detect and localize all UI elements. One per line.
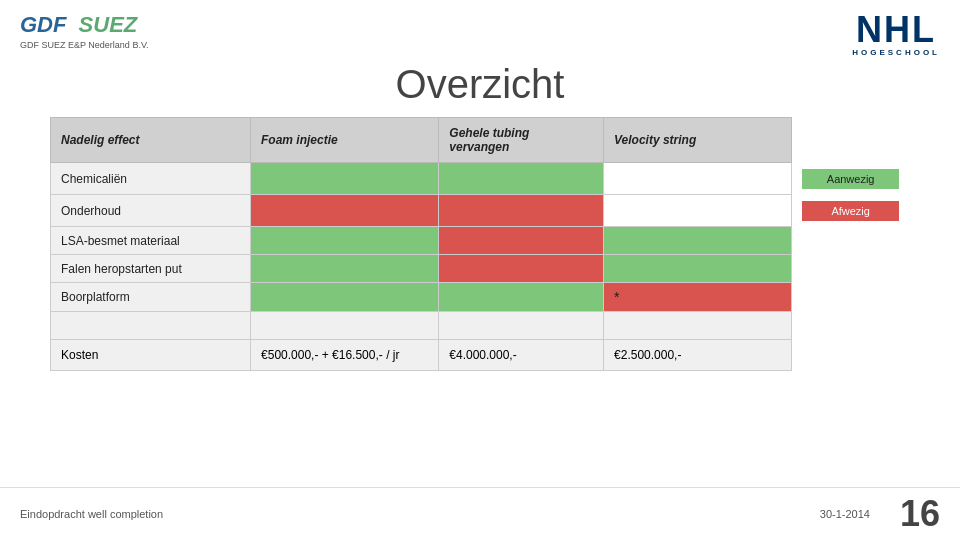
gdf-suez-logo: GDF SUEZ: [20, 12, 137, 38]
spacer-cell: [792, 312, 910, 340]
table-row: Chemicaliën Aanwezig: [51, 163, 910, 195]
kosten-row: Kosten €500.000,- + €16.500,- / jr €4.00…: [51, 340, 910, 371]
gdf-subtitle: GDF SUEZ E&P Nederland B.V.: [20, 40, 149, 50]
table-row: LSA-besmet materiaal: [51, 227, 910, 255]
row-label: Falen heropstarten put: [51, 255, 251, 283]
legend-cell: Afwezig: [792, 195, 910, 227]
row-label: Onderhoud: [51, 195, 251, 227]
velocity-cell: [604, 255, 792, 283]
hogeschool-text: HOGESCHOOL: [852, 48, 940, 57]
gdf-text: GDF: [20, 12, 66, 38]
foam-cell: [251, 195, 439, 227]
logo-separator: [69, 12, 75, 38]
tubing-cell: [439, 163, 604, 195]
foam-cell: [251, 283, 439, 312]
legend-cell: [792, 283, 910, 312]
legend-cell: Aanwezig: [792, 163, 910, 195]
legend-afwezig: Afwezig: [802, 201, 899, 221]
kosten-foam: €500.000,- + €16.500,- / jr: [251, 340, 439, 371]
foam-cell: [251, 163, 439, 195]
footer-title: Eindopdracht well completion: [20, 508, 163, 520]
kosten-legend: [792, 340, 910, 371]
legend-aanwezig: Aanwezig: [802, 169, 899, 189]
velocity-cell: [604, 163, 792, 195]
kosten-velocity: €2.500.000,-: [604, 340, 792, 371]
foam-cell: [251, 255, 439, 283]
spacer-row: [51, 312, 910, 340]
foam-cell: [251, 227, 439, 255]
velocity-cell: [604, 195, 792, 227]
header-foam: Foam injectie: [251, 118, 439, 163]
page-header: GDF SUEZ GDF SUEZ E&P Nederland B.V. NHL…: [0, 0, 960, 57]
tubing-cell: [439, 255, 604, 283]
suez-text: SUEZ: [79, 12, 138, 38]
tubing-cell: [439, 195, 604, 227]
velocity-cell: *: [604, 283, 792, 312]
spacer-cell: [604, 312, 792, 340]
row-label: LSA-besmet materiaal: [51, 227, 251, 255]
spacer-cell: [439, 312, 604, 340]
header-velocity: Velocity string: [604, 118, 792, 163]
row-label: Chemicaliën: [51, 163, 251, 195]
header-tubing: Gehele tubing vervangen: [439, 118, 604, 163]
page-title: Overzicht: [0, 62, 960, 107]
header-nadelig: Nadelig effect: [51, 118, 251, 163]
page-footer: Eindopdracht well completion 30-1-2014 1…: [0, 487, 960, 540]
table-header-row: Nadelig effect Foam injectie Gehele tubi…: [51, 118, 910, 163]
main-content: Nadelig effect Foam injectie Gehele tubi…: [0, 107, 960, 371]
table-row: Falen heropstarten put: [51, 255, 910, 283]
table-row: Onderhoud Afwezig: [51, 195, 910, 227]
tubing-cell: [439, 227, 604, 255]
tubing-cell: [439, 283, 604, 312]
spacer-cell: [251, 312, 439, 340]
overview-table: Nadelig effect Foam injectie Gehele tubi…: [50, 117, 910, 371]
footer-date: 30-1-2014: [820, 508, 870, 520]
table-row: Boorplatform *: [51, 283, 910, 312]
velocity-cell: [604, 227, 792, 255]
row-label: Boorplatform: [51, 283, 251, 312]
kosten-label: Kosten: [51, 340, 251, 371]
nhl-logo-area: NHL HOGESCHOOL: [852, 12, 940, 57]
footer-page-number: 16: [900, 496, 940, 532]
nhl-text: NHL: [856, 12, 936, 48]
footer-right: 30-1-2014 16: [820, 496, 940, 532]
spacer-cell: [51, 312, 251, 340]
legend-cell: [792, 227, 910, 255]
header-legend: [792, 118, 910, 163]
kosten-tubing: €4.000.000,-: [439, 340, 604, 371]
legend-cell: [792, 255, 910, 283]
page-title-area: Overzicht: [0, 62, 960, 107]
gdf-logo-area: GDF SUEZ GDF SUEZ E&P Nederland B.V.: [20, 12, 149, 50]
